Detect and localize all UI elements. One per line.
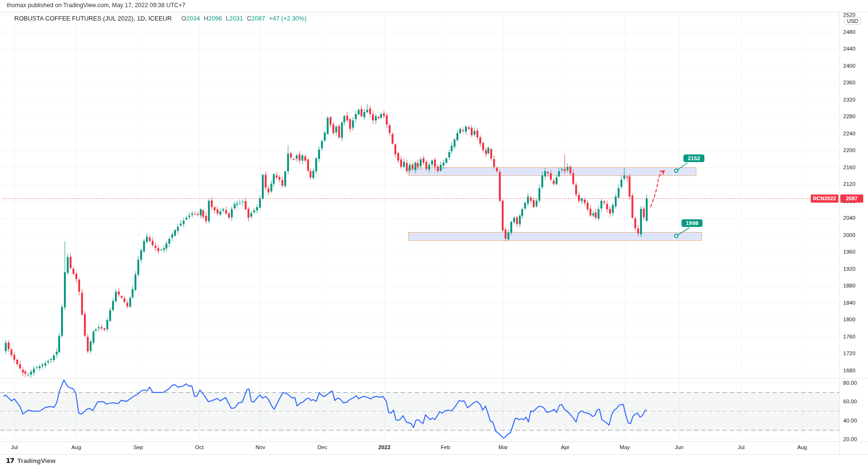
month-label: Nov	[249, 444, 272, 450]
month-label: Dec	[311, 444, 334, 450]
chart-canvas[interactable]	[0, 0, 868, 472]
month-label: Jul	[3, 444, 26, 450]
support-zone-badge[interactable]: 1998	[682, 219, 703, 227]
price-tick: 1920	[843, 266, 856, 272]
momentum-tick: 60.00	[843, 399, 857, 404]
month-label: Aug	[791, 444, 814, 450]
resistance-zone-badge[interactable]: 2152	[683, 154, 704, 162]
ohlc-number: 2087	[251, 15, 265, 22]
tradingview-mark-icon: 17	[6, 457, 14, 464]
tradingview-chart-page: thomax published on TradingView.com, May…	[0, 0, 868, 472]
month-label: Mar	[492, 444, 515, 450]
price-tick: 2320	[843, 97, 856, 103]
price-tick: 1760	[843, 334, 856, 339]
price-tick: 2200	[843, 147, 856, 153]
price-tick: 1840	[843, 300, 856, 306]
ohlc-number: 2096	[208, 15, 222, 22]
series-price-value: 2087	[840, 195, 863, 203]
month-label: Feb	[434, 444, 457, 450]
price-tick: 1680	[843, 368, 856, 373]
tradingview-wordmark: TradingView	[17, 457, 55, 464]
price-tick: 2480	[843, 29, 856, 35]
ohlc-number: 2034	[186, 15, 200, 22]
month-label: 2022	[373, 444, 396, 450]
price-tick: 2440	[843, 46, 856, 51]
price-tick: 2000	[843, 232, 856, 238]
symbol-legend: ROBUSTA COFFEE FUTURES (JUL 2022), 1D, I…	[14, 15, 307, 22]
month-label: Apr	[554, 444, 577, 450]
symbol-title: ROBUSTA COFFEE FUTURES (JUL 2022), 1D, I…	[14, 15, 172, 22]
ohlc-number: 2031	[229, 15, 243, 22]
month-label: Jun	[668, 444, 691, 450]
price-tick: 2280	[843, 113, 856, 119]
month-label: Oct	[188, 444, 211, 450]
momentum-tick: 80.00	[843, 380, 857, 386]
currency-badge: USD	[844, 17, 861, 25]
ohlc-values: O2034H2096L2031C2087	[177, 15, 265, 22]
month-label: May	[613, 444, 636, 450]
momentum-tick: 20.00	[843, 436, 857, 442]
ohlc-letter: L	[226, 15, 229, 22]
price-tick: 1960	[843, 249, 856, 255]
price-tick: 2120	[843, 181, 856, 187]
price-tick: 2240	[843, 131, 856, 136]
ohlc-letter: H	[204, 15, 208, 22]
price-tick: 2040	[843, 215, 856, 221]
price-tick: 1880	[843, 283, 856, 288]
month-label: Aug	[65, 444, 88, 450]
tradingview-logo[interactable]: 17 TradingView	[6, 457, 56, 464]
ohlc-letter: O	[181, 15, 186, 22]
price-tick: 2360	[843, 80, 856, 85]
price-tick: 1720	[843, 350, 856, 356]
price-change: +47 (+2.30%)	[269, 15, 307, 22]
series-price-tag: RCN2022	[811, 195, 838, 203]
ohlc-letter: C	[247, 15, 251, 22]
month-label: Jul	[730, 444, 753, 450]
price-tick: 1800	[843, 317, 856, 322]
momentum-tick: 40.00	[843, 418, 857, 423]
price-tick: 2400	[843, 63, 856, 69]
price-tick: 2160	[843, 164, 856, 170]
month-label: Sep	[127, 444, 150, 450]
byline: thomax published on TradingView.com, May…	[7, 2, 186, 9]
